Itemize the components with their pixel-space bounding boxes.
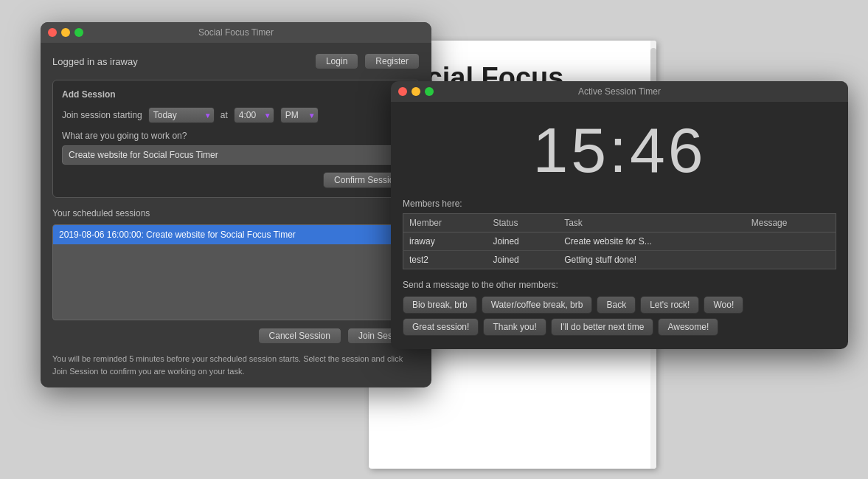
timer-maximize-button[interactable]: [425, 87, 434, 96]
reminder-text: You will be reminded 5 minutes before yo…: [52, 353, 420, 377]
header-row: Logged in as iraway Login Register: [52, 53, 420, 69]
cell-status: Joined: [487, 251, 558, 269]
timer-traffic-lights: [398, 87, 434, 96]
timer-titlebar: Active Session Timer: [391, 81, 848, 102]
message-button[interactable]: Water/coffee break, brb: [482, 296, 593, 314]
timer-display: 15:46: [403, 114, 836, 187]
message-buttons-row-2: Great session!Thank you!I'll do better n…: [403, 318, 836, 336]
timer-window: Active Session Timer 15:46 Members here:…: [391, 81, 848, 349]
confirm-btn-row: Confirm Session: [62, 172, 410, 188]
cell-task: Create website for S...: [558, 232, 746, 251]
today-select-wrapper: Today ▼: [148, 107, 215, 123]
timer-close-button[interactable]: [398, 87, 407, 96]
sessions-actions: Cancel Session Join Session: [52, 328, 420, 344]
timer-window-title: Active Session Timer: [578, 86, 661, 97]
col-task: Task: [558, 214, 746, 232]
message-button[interactable]: Bio break, brb: [403, 296, 477, 314]
work-input[interactable]: [62, 145, 410, 165]
logged-in-label: Logged in as iraway: [52, 56, 138, 67]
message-button[interactable]: Woo!: [704, 296, 743, 314]
cell-member: iraway: [403, 232, 487, 251]
message-button[interactable]: Let's rock!: [640, 296, 699, 314]
message-button[interactable]: Back: [597, 296, 636, 314]
join-session-row: Join session starting Today ▼ at 4:00 ▼: [62, 107, 410, 123]
desktop: Social Focus Timer Confirm the session. …: [0, 0, 868, 479]
traffic-lights: [48, 28, 83, 37]
maximize-button[interactable]: [74, 28, 83, 37]
minimize-button[interactable]: [61, 28, 70, 37]
message-button[interactable]: Awesome!: [658, 318, 718, 336]
scheduled-sessions-title: Your scheduled sessions: [52, 208, 420, 218]
ampm-select-wrapper: PM AM ▼: [280, 107, 319, 123]
table-row: irawayJoinedCreate website for S...: [403, 232, 836, 251]
message-buttons-row-1: Bio break, brbWater/coffee break, brbBac…: [403, 296, 836, 314]
session-item[interactable]: 2019-08-06 16:00:00: Create website for …: [53, 225, 419, 244]
add-session-title: Add Session: [62, 89, 410, 100]
work-label: What are you going to work on?: [62, 131, 410, 141]
add-session-panel: Add Session Join session starting Today …: [52, 80, 420, 198]
cell-task: Getting stuff done!: [558, 251, 746, 269]
cell-message: [746, 232, 836, 251]
cell-member: test2: [403, 251, 487, 269]
send-message-label: Send a message to the other members:: [403, 280, 836, 290]
at-label: at: [221, 110, 228, 120]
col-message: Message: [746, 214, 836, 232]
today-select[interactable]: Today: [148, 107, 215, 123]
close-button[interactable]: [48, 28, 57, 37]
cell-message: [746, 251, 836, 269]
main-window-titlebar: Social Focus Timer: [41, 22, 431, 43]
message-button[interactable]: Great session!: [403, 318, 479, 336]
message-button[interactable]: I'll do better next time: [551, 318, 654, 336]
join-label: Join session starting: [62, 110, 142, 120]
timer-minimize-button[interactable]: [412, 87, 420, 96]
col-status: Status: [487, 214, 558, 232]
register-button[interactable]: Register: [364, 53, 420, 69]
main-window-title: Social Focus Timer: [198, 27, 274, 38]
message-button[interactable]: Thank you!: [483, 318, 546, 336]
col-member: Member: [403, 214, 487, 232]
login-button[interactable]: Login: [315, 53, 358, 69]
table-row: test2JoinedGetting stuff done!: [403, 251, 836, 269]
main-window: Social Focus Timer Logged in as iraway L…: [41, 22, 431, 387]
members-table: Member Status Task Message irawayJoinedC…: [403, 213, 836, 269]
time-select[interactable]: 4:00: [234, 107, 274, 123]
time-select-wrapper: 4:00 ▼: [234, 107, 274, 123]
cell-status: Joined: [487, 232, 558, 251]
cancel-session-button[interactable]: Cancel Session: [258, 328, 341, 344]
sessions-list: 2019-08-06 16:00:00: Create website for …: [52, 224, 420, 320]
ampm-select[interactable]: PM AM: [280, 107, 319, 123]
members-label: Members here:: [403, 199, 836, 209]
header-buttons: Login Register: [315, 53, 420, 69]
